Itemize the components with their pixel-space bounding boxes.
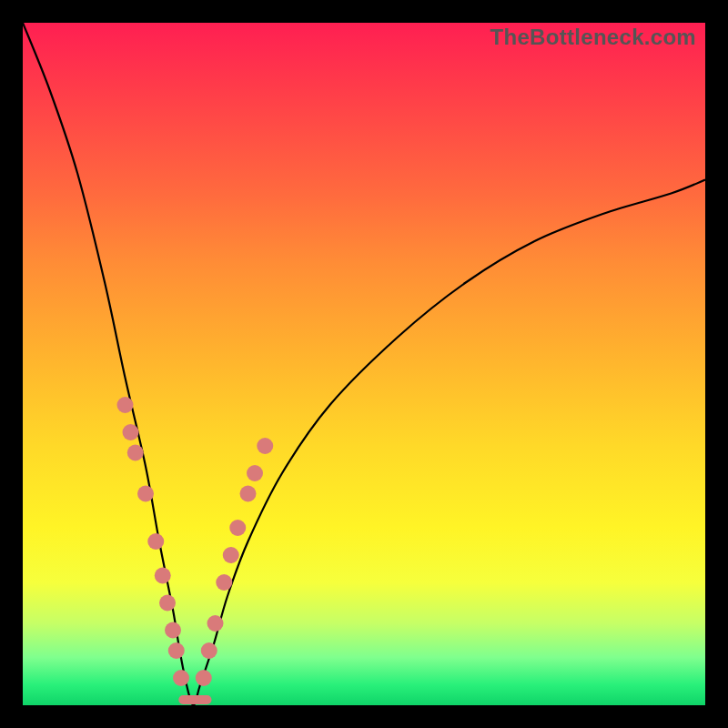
data-marker (155, 568, 171, 584)
data-marker (159, 595, 176, 612)
markers-right (196, 438, 274, 686)
data-marker (247, 465, 263, 481)
bottleneck-curve-svg (23, 23, 705, 705)
data-marker (147, 533, 164, 550)
data-marker (165, 622, 181, 639)
data-marker (240, 486, 257, 502)
data-marker (223, 547, 239, 563)
data-marker (216, 574, 232, 591)
data-marker (127, 445, 144, 461)
chart-frame: TheBottleneck.com (0, 0, 728, 728)
data-marker (137, 486, 154, 502)
data-marker (196, 670, 212, 686)
plot-area: TheBottleneck.com (23, 23, 705, 705)
data-marker (168, 642, 185, 659)
data-marker (123, 424, 139, 440)
data-marker (117, 397, 134, 413)
data-marker (173, 670, 189, 686)
bottleneck-curve (23, 23, 705, 705)
data-marker (207, 615, 224, 632)
data-marker (257, 438, 273, 454)
data-marker (229, 520, 246, 536)
data-marker (201, 642, 217, 659)
